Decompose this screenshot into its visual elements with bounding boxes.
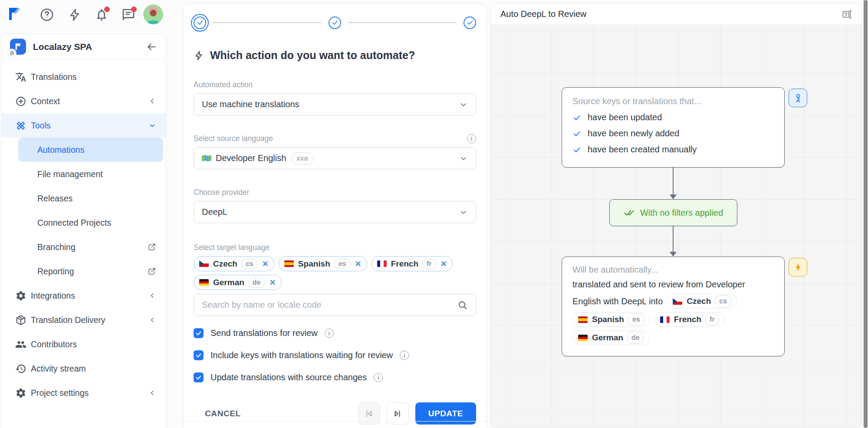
sidebar-item-tools[interactable]: Tools bbox=[2, 113, 166, 138]
sidebar-item-connected-projects[interactable]: Connected Projects bbox=[2, 211, 166, 235]
project-icon[interactable] bbox=[10, 39, 26, 55]
step-3-done[interactable] bbox=[464, 16, 476, 29]
help-button[interactable] bbox=[38, 6, 56, 23]
sidebar-item-reporting[interactable]: Reporting bbox=[2, 259, 166, 283]
check-icon bbox=[332, 19, 339, 26]
sidebar-item-context[interactable]: Context bbox=[2, 89, 166, 113]
condition-text: have been updated bbox=[588, 112, 662, 122]
provider-select[interactable]: DeepL bbox=[194, 201, 476, 223]
sidebar-nav: Translations Context Tools bbox=[2, 59, 166, 405]
rename-icon[interactable] bbox=[842, 9, 852, 20]
localazy-logo[interactable] bbox=[5, 5, 23, 23]
info-icon[interactable]: i bbox=[325, 329, 334, 338]
action-text-line: translated and sent to review from Devel… bbox=[572, 278, 774, 290]
info-icon[interactable]: i bbox=[374, 373, 383, 382]
action-chip-line: German de bbox=[572, 330, 774, 345]
help-icon bbox=[39, 7, 54, 22]
include-waiting-row: Include keys with translations waiting f… bbox=[194, 350, 476, 360]
sidebar-item-label: Project settings bbox=[31, 388, 89, 398]
page-scrollbar[interactable] bbox=[863, 0, 868, 428]
source-language-select[interactable]: Developer English xxa bbox=[194, 147, 476, 169]
sidebar-item-label: Tools bbox=[31, 121, 51, 131]
chevron-down-icon bbox=[459, 208, 468, 217]
key-icon bbox=[793, 93, 803, 103]
collapse-sidebar-button[interactable] bbox=[146, 41, 157, 53]
package-icon bbox=[15, 314, 26, 326]
language-chip: Czech cs bbox=[667, 294, 737, 309]
flag-czech-icon bbox=[673, 298, 682, 305]
map-icon bbox=[202, 155, 211, 161]
chevron-down-icon bbox=[459, 154, 468, 163]
flow-canvas[interactable]: Source keys or translations that... have… bbox=[491, 25, 861, 428]
condition-text: have been created manually bbox=[588, 145, 697, 155]
sidebar-item-translation-delivery[interactable]: Translation Delivery bbox=[2, 308, 166, 332]
language-name: Spanish bbox=[298, 259, 330, 269]
sidebar-item-translations[interactable]: Translations bbox=[2, 65, 166, 89]
target-language-chips: Czech cs ✕ Spanish es ✕ French fr ✕ Germ… bbox=[194, 256, 476, 290]
project-name: Localazy SPA bbox=[33, 42, 146, 52]
language-chip[interactable]: German de ✕ bbox=[194, 275, 282, 290]
provider-label: Choose provider bbox=[194, 188, 476, 197]
translate-icon bbox=[15, 71, 26, 83]
action-text-line: English with DeepL into Czech cs bbox=[572, 294, 774, 309]
step-1-done[interactable] bbox=[194, 16, 206, 29]
language-chip[interactable]: Spanish es ✕ bbox=[279, 256, 367, 271]
send-for-review-checkbox[interactable] bbox=[194, 328, 204, 338]
language-chip[interactable]: Czech cs ✕ bbox=[194, 256, 274, 271]
scrollbar-thumb[interactable] bbox=[864, 0, 868, 428]
sidebar-item-contributors[interactable]: Contributors bbox=[2, 332, 166, 356]
messages-button[interactable] bbox=[120, 6, 137, 23]
lightning-icon bbox=[194, 50, 204, 61]
sidebar-item-automations[interactable]: Automations bbox=[18, 138, 163, 162]
remove-language-icon[interactable]: ✕ bbox=[355, 260, 362, 268]
keys-badge[interactable] bbox=[789, 89, 807, 107]
language-code: fr bbox=[705, 313, 719, 326]
sidebar: Localazy SPA Translations Context bbox=[2, 34, 166, 428]
checkbox-label: Send translations for review bbox=[210, 328, 318, 338]
check-icon bbox=[572, 145, 581, 154]
step-2-done[interactable] bbox=[329, 16, 341, 29]
include-waiting-checkbox[interactable] bbox=[194, 350, 204, 360]
sidebar-item-file-management[interactable]: File management bbox=[2, 162, 166, 186]
sidebar-item-label: Translation Delivery bbox=[31, 315, 105, 325]
update-with-source-checkbox[interactable] bbox=[194, 372, 204, 382]
upgrade-button[interactable] bbox=[66, 6, 83, 23]
language-code: fr bbox=[422, 259, 436, 269]
sidebar-item-label: Contributors bbox=[31, 339, 77, 349]
remove-language-icon[interactable]: ✕ bbox=[441, 260, 447, 268]
remove-language-icon[interactable]: ✕ bbox=[262, 260, 269, 268]
language-chip[interactable]: French fr ✕ bbox=[372, 256, 453, 271]
language-search-input[interactable] bbox=[202, 300, 457, 310]
automated-action-select[interactable]: Use machine translations bbox=[194, 93, 476, 115]
sidebar-item-project-settings[interactable]: Project settings bbox=[2, 381, 166, 405]
notifications-button[interactable] bbox=[93, 6, 110, 23]
source-keys-node[interactable]: Source keys or translations that... have… bbox=[562, 87, 785, 168]
user-avatar[interactable] bbox=[143, 4, 163, 24]
wizard-title-text: Which action do you want to automate? bbox=[210, 49, 415, 62]
external-link-icon bbox=[148, 267, 156, 276]
source-language-label-text: Select source language bbox=[194, 134, 273, 143]
sidebar-item-integrations[interactable]: Integrations bbox=[2, 283, 166, 308]
automation-preview-panel: Auto DeepL to Review Source keys or tran… bbox=[490, 3, 862, 428]
language-name: Spanish bbox=[592, 314, 624, 326]
sidebar-item-releases[interactable]: Releases bbox=[2, 186, 166, 211]
info-icon[interactable]: i bbox=[467, 134, 476, 143]
footer-divider bbox=[183, 421, 487, 421]
sidebar-item-branching[interactable]: Branching bbox=[2, 235, 166, 259]
chevron-left-icon bbox=[148, 316, 156, 324]
info-icon[interactable]: i bbox=[400, 351, 409, 360]
flag-french-icon bbox=[377, 260, 387, 267]
flag-spanish-icon bbox=[284, 260, 294, 267]
filter-node[interactable]: With no filters applied bbox=[609, 199, 737, 226]
wizard-stepper bbox=[194, 15, 476, 30]
people-icon bbox=[15, 339, 26, 350]
search-icon[interactable] bbox=[457, 300, 468, 310]
language-code: es bbox=[628, 313, 644, 326]
automation-badge[interactable] bbox=[789, 258, 807, 277]
remove-language-icon[interactable]: ✕ bbox=[269, 279, 276, 286]
language-code: cs bbox=[241, 259, 258, 269]
target-language-label: Select target language bbox=[194, 243, 476, 252]
project-header: Localazy SPA bbox=[2, 34, 166, 59]
action-node[interactable]: Will be automatically... translated and … bbox=[562, 257, 785, 356]
sidebar-item-activity-stream[interactable]: Activity stream bbox=[2, 356, 166, 381]
